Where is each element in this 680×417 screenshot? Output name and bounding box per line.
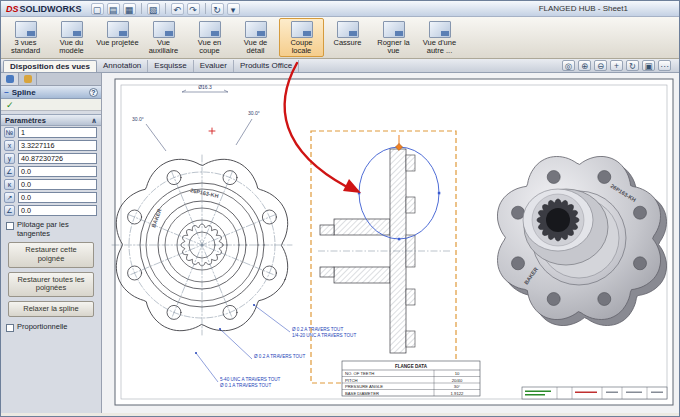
print-icon[interactable]: ▧ — [147, 3, 160, 15]
break-view-button[interactable]: Cassure — [325, 18, 370, 57]
drawing-canvas[interactable]: BAKER 26P163-KH Ø16.3 30.0° 3 — [102, 73, 679, 413]
view-tools-group: ◎ ⊕ ⊖ + ↻ ▣ ⋯ — [562, 60, 677, 72]
button-label: Cassure — [334, 39, 362, 47]
tangent-weight-field[interactable]: 0.0 — [18, 192, 97, 203]
break-view-icon — [337, 21, 359, 38]
crop-view-button[interactable]: Rogner la vue — [371, 18, 416, 57]
rebuild-icon[interactable]: ↻ — [211, 3, 224, 15]
help-icon[interactable]: ? — [89, 88, 98, 97]
table-title: FLANGE DATA — [395, 364, 428, 369]
zoom-out-icon[interactable]: ⊖ — [594, 60, 607, 71]
table-cell: 10 — [455, 371, 460, 376]
tangent-weight-icon: ↗ — [4, 192, 15, 203]
iso-bolt-hole — [512, 206, 525, 219]
curvature-field[interactable]: 0.0 — [18, 179, 97, 190]
table-cell: 20/40 — [452, 378, 463, 383]
x-coordinate-row: x 3.3227116 — [1, 139, 101, 152]
table-cell: PRESSURE ANGLE — [345, 384, 383, 389]
y-coordinate-icon: y — [4, 153, 15, 164]
open-folder-icon[interactable]: ▤ — [107, 3, 120, 15]
alternate-position-view-icon — [429, 21, 451, 38]
tab-annotation[interactable]: Annotation — [97, 60, 148, 72]
proportional-checkbox[interactable] — [6, 324, 14, 332]
toolbar-separator — [165, 3, 166, 14]
model-view-button[interactable]: Vue du modèle — [49, 18, 94, 57]
tangent-direction-field[interactable]: 0.0 — [18, 205, 97, 216]
x-coordinate-field[interactable]: 3.3227116 — [18, 140, 97, 151]
relax-spline-button[interactable]: Relaxer la spline — [8, 301, 94, 318]
auxiliary-view-button[interactable]: Vue auxiliaire — [141, 18, 186, 57]
detail-view-button[interactable]: Vue de détail — [233, 18, 278, 57]
command-manager-toolbar: 3 vues standard Vue du modèle Vue projet… — [1, 17, 679, 59]
hub-section-wall — [334, 267, 390, 283]
logo-ds: DS — [6, 4, 19, 14]
broken-out-section-button[interactable]: Coupe locale — [279, 18, 324, 57]
display-style-icon[interactable]: ▣ — [642, 60, 655, 71]
table-cell: 30° — [454, 384, 461, 389]
reset-this-handle-button[interactable]: Restaurer cette poignée — [8, 242, 94, 267]
iso-bolt-hole — [634, 206, 647, 219]
parameters-section-header[interactable]: Paramètres ∧ — [1, 114, 101, 126]
toolbar-separator — [141, 3, 142, 14]
hub-step-wall — [320, 225, 334, 235]
rotate-view-icon[interactable]: ↻ — [626, 60, 639, 71]
configuration-tab[interactable] — [19, 73, 37, 85]
new-document-icon[interactable]: ▢ — [91, 3, 104, 15]
more-view-tools-icon[interactable]: ⋯ — [658, 60, 671, 71]
ok-check-icon[interactable]: ✓ — [6, 100, 14, 110]
tangent-angle-field[interactable]: 0.0 — [18, 166, 97, 177]
projected-view-icon — [107, 21, 129, 38]
tab-evaluer[interactable]: Evaluer — [194, 60, 234, 72]
iso-bolt-hole — [634, 257, 647, 270]
alternate-position-view-button[interactable]: Vue d'une autre ... — [417, 18, 462, 57]
spline-control-point[interactable] — [438, 192, 441, 195]
flange-tab-section — [406, 331, 415, 347]
section-view-button[interactable]: Vue en coupe — [187, 18, 232, 57]
save-icon[interactable]: ▦ — [123, 3, 136, 15]
zoom-in-icon[interactable]: ⊕ — [578, 60, 591, 71]
button-label: Vue d'une autre ... — [418, 39, 461, 56]
main-area: ~ Spline ? ✓ Paramètres ∧ № 1 x 3.322711… — [1, 73, 679, 413]
note-line: 5-40 UNC A TRAVERS TOUT — [220, 377, 281, 382]
curvature-icon: κ — [4, 179, 15, 190]
spline-control-point[interactable] — [398, 238, 401, 241]
note-line: 1/4-20 UNC A TRAVERS TOUT — [292, 333, 356, 338]
standard-views-button[interactable]: 3 vues standard — [3, 18, 48, 57]
iso-bolt-hole — [547, 293, 560, 306]
spline-control-point[interactable] — [358, 192, 361, 195]
zoom-fit-icon[interactable]: ◎ — [562, 60, 575, 71]
crop-view-icon — [383, 21, 405, 38]
tangent-driving-checkbox[interactable] — [6, 222, 14, 230]
propertymanager-tab[interactable] — [1, 73, 19, 85]
spline-icon: ~ — [4, 88, 9, 97]
table-cell: 1.9122 — [451, 391, 464, 396]
broken-out-section-icon — [291, 21, 313, 38]
drawing-sheet-svg: BAKER 26P163-KH Ø16.3 30.0° 3 — [102, 73, 679, 413]
flange-data-table[interactable]: FLANGE DATA NO. OF TEETH 10 PITCH 20/40 … — [342, 361, 480, 396]
flange-tab-section — [406, 197, 415, 213]
pan-icon[interactable]: + — [610, 60, 623, 71]
section-title: Paramètres — [5, 116, 46, 125]
tab-disposition-des-vues[interactable]: Disposition des vues — [3, 60, 97, 72]
iso-bore-hole — [546, 208, 570, 232]
document-title: FLANGED HUB - Sheet1 — [539, 4, 628, 13]
button-label: Vue auxiliaire — [142, 39, 185, 56]
projected-view-button[interactable]: Vue projetée — [95, 18, 140, 57]
iso-bolt-hole — [547, 171, 560, 184]
tab-esquisse[interactable]: Esquisse — [148, 60, 193, 72]
configuration-tab-icon — [24, 75, 32, 83]
diameter-dimension: Ø16.3 — [198, 84, 212, 90]
y-coordinate-field[interactable]: 40.87230726 — [18, 153, 97, 164]
note-line: Ø 0.2 A TRAVERS TOUT — [254, 354, 305, 359]
iso-bolt-hole — [598, 171, 611, 184]
redo-icon[interactable]: ↷ — [187, 3, 200, 15]
command-manager-tabbar: Disposition des vues Annotation Esquisse… — [1, 59, 679, 73]
undo-icon[interactable]: ↶ — [171, 3, 184, 15]
proportional-checkbox-row: Proportionnelle — [1, 319, 101, 334]
note-line: Ø 0.2 A TRAVERS TOUT — [292, 327, 343, 332]
spline-point-number-field[interactable]: 1 — [18, 127, 97, 138]
reset-all-handles-button[interactable]: Restaurer toutes les poignées — [8, 272, 94, 297]
options-dropdown-icon[interactable]: ▾ — [227, 3, 240, 15]
panel-tabs — [1, 73, 101, 86]
tab-produits-office[interactable]: Produits Office — [234, 60, 299, 72]
